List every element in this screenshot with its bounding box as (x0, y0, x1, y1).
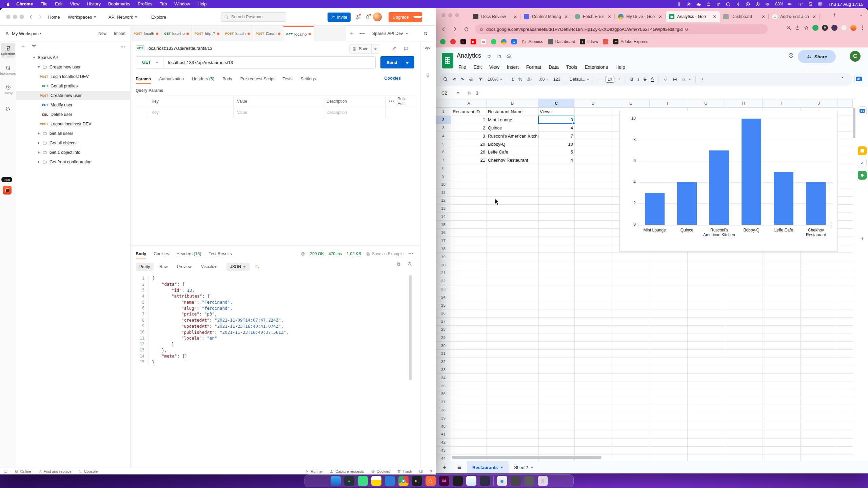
sheet-cell-B4[interactable]: Rusconi's American Kitchen (487, 132, 538, 140)
request-tab-1[interactable]: POST localh (131, 26, 161, 41)
add-tab-icon[interactable] (349, 26, 354, 41)
find-and-replace[interactable]: Find and replace (35, 469, 75, 473)
cookies-button[interactable]: Cookies (368, 469, 394, 473)
strikethrough-button[interactable]: S (644, 77, 646, 82)
row-header-13[interactable]: 13 (436, 205, 451, 213)
row-select-cell[interactable] (136, 96, 148, 107)
dock-app-keynote[interactable]: ▦ (497, 476, 507, 486)
battery-icon[interactable] (784, 2, 795, 6)
sheet-cell-B6[interactable]: Leffe Cafe (487, 148, 538, 156)
bookmark-star-icon[interactable] (804, 25, 809, 30)
row-header-16[interactable]: 16 (436, 229, 451, 237)
facetime-icon[interactable] (753, 2, 763, 7)
two-pane-icon[interactable] (415, 469, 427, 473)
collapse-toolbar-icon[interactable]: ⌃ (841, 77, 844, 81)
runner-button[interactable]: Runner (301, 469, 326, 473)
close-window-button[interactable] (6, 15, 11, 19)
maps-icon[interactable] (858, 171, 867, 180)
keep-icon[interactable] (858, 146, 867, 155)
chart-bar-quince[interactable] (677, 182, 697, 225)
dock-app-app-dark[interactable] (480, 476, 490, 486)
add-sheet-icon[interactable] (436, 465, 452, 470)
redo-icon[interactable]: ↷ (460, 77, 464, 82)
font-size-input[interactable]: 10 (606, 76, 614, 83)
send-button[interactable]: Send (380, 56, 414, 68)
row-header-6[interactable]: 6 (436, 148, 451, 156)
row-header-32[interactable]: 32 (436, 358, 451, 366)
row-header-9[interactable]: 9 (436, 172, 451, 180)
search-input[interactable] (231, 14, 278, 20)
row-header-37[interactable]: 37 (436, 398, 451, 406)
collection-more-icon[interactable]: ••• (120, 45, 125, 49)
browser-tab-fetch-error-ha[interactable]: Fetch Error Ha ✕ (571, 11, 615, 22)
url-input[interactable] (163, 60, 375, 65)
back-icon[interactable] (28, 8, 34, 26)
request-subtab-tests[interactable]: Tests (282, 77, 292, 81)
bookmark-dashboard[interactable]: Dashboard (548, 39, 575, 44)
response-subtab-body[interactable]: Body (136, 251, 146, 259)
caret-icon[interactable] (38, 66, 40, 68)
sheets-menu-data[interactable]: Data (546, 64, 561, 70)
sheet-tab-restaurants[interactable]: Restaurants (467, 461, 509, 474)
nav-api-network[interactable]: API Network (108, 8, 137, 26)
sheets-menu-view[interactable]: View (487, 64, 502, 70)
view-preview[interactable]: Preview (173, 263, 195, 271)
copy-icon[interactable] (396, 262, 401, 267)
decrease-decimals-button[interactable]: .0← (527, 77, 534, 82)
format-percent-button[interactable]: % (518, 77, 522, 82)
dock-app-terminal[interactable]: >_ (412, 476, 422, 486)
extension-icon-2[interactable]: A (822, 25, 828, 31)
bell-icon[interactable] (365, 8, 371, 26)
row-header-29[interactable]: 29 (436, 333, 451, 342)
increase-font-button[interactable]: + (619, 77, 621, 82)
bookmark-prime-icon[interactable] (450, 39, 456, 44)
bluetooth-icon[interactable] (733, 2, 743, 7)
folder-create-new-user[interactable]: Create new user (16, 62, 131, 72)
bookmark-drive-icon[interactable] (501, 39, 507, 44)
row-header-18[interactable]: 18 (436, 245, 451, 253)
nav-workspaces[interactable]: Workspaces (68, 8, 96, 26)
dock-app-notes[interactable] (371, 476, 381, 486)
star-icon[interactable] (487, 54, 492, 59)
save-as-example-button[interactable]: Save as Example (366, 251, 403, 256)
calendar-icon[interactable]: 31 (858, 106, 867, 115)
print-icon[interactable] (469, 77, 474, 82)
chart-bar-leffe-cafe[interactable] (774, 172, 793, 225)
sheet-cell-C6[interactable]: 5 (538, 148, 574, 156)
move-folder-icon[interactable] (496, 54, 501, 59)
undo-icon[interactable]: ↶ (453, 77, 456, 82)
chrome-menu-icon[interactable]: ⋮ (860, 24, 865, 31)
save-button[interactable]: Save (349, 44, 379, 54)
row-header-35[interactable]: 35 (436, 382, 451, 390)
response-more-icon[interactable]: ••• (408, 251, 414, 256)
dock-app-android[interactable] (358, 476, 368, 486)
request-logout-localhost-dev[interactable]: POST Logout localhost DEV (16, 119, 131, 129)
sheet-cell-A2[interactable]: 1 (451, 116, 487, 124)
folder-get-all-users[interactable]: Get all users (16, 129, 131, 138)
column-header-F[interactable]: F (650, 99, 687, 108)
wifi-icon[interactable] (795, 2, 806, 6)
zoom-icon[interactable] (786, 25, 791, 30)
bookmark-red[interactable] (603, 39, 608, 44)
request-create-new-user[interactable]: POST Create new user (16, 91, 131, 100)
menubar-item-edit[interactable]: Edit (51, 1, 66, 6)
folder-get-1-object-info[interactable]: Get 1 object info (16, 148, 131, 157)
pane-splitter[interactable] (131, 245, 420, 246)
menubar-item-help[interactable]: Help (194, 1, 211, 6)
key-placeholder[interactable]: Key (148, 107, 234, 118)
response-subtab-cookies[interactable]: Cookies (154, 251, 169, 256)
column-header-C[interactable]: C (538, 99, 574, 108)
bookmark-gmail-icon[interactable]: M (481, 39, 486, 44)
address-bar[interactable]: docs.google.com/spreadsheets/d/1P7Oeh84c… (475, 24, 768, 34)
cloud-saved-icon[interactable] (506, 54, 512, 59)
chart-bar-rusconi-s-american-kitchen[interactable] (709, 150, 729, 225)
sheet-cell-A1[interactable]: Restaurant ID (451, 108, 487, 116)
forward-icon[interactable] (449, 26, 461, 32)
user-avatar[interactable] (373, 13, 382, 21)
request-tab-6[interactable]: GET localho (283, 26, 314, 41)
nav-explore[interactable]: Explore (151, 8, 166, 26)
chart-bar-bobby-q[interactable] (742, 119, 761, 225)
request-subtab-pre-request-script[interactable]: Pre-request Script (240, 77, 275, 81)
volume-icon[interactable] (763, 2, 772, 7)
request-delete-user[interactable]: DEL Delete user (16, 110, 131, 119)
